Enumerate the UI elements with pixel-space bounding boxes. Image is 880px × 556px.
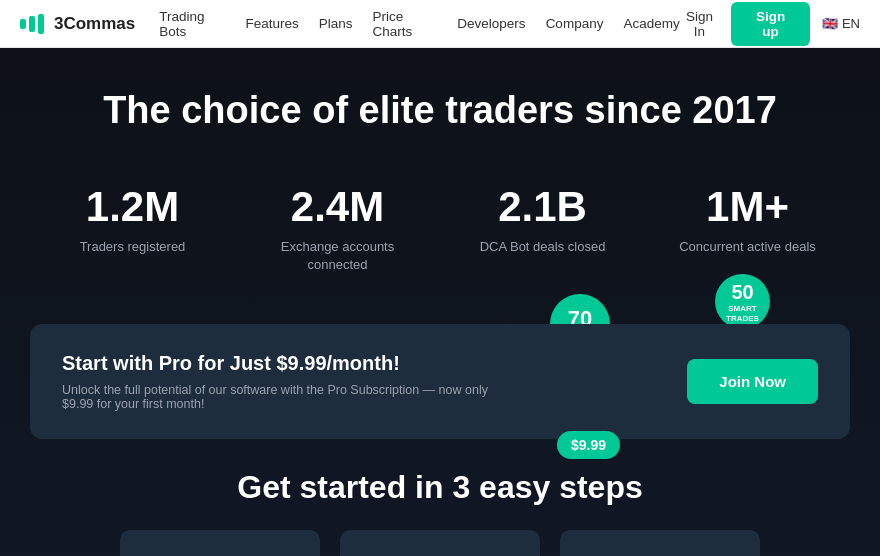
promo-subtext: Unlock the full potential of our softwar… bbox=[62, 383, 502, 411]
nav-links: Trading Bots Features Plans Price Charts… bbox=[159, 9, 679, 39]
promo-text: Start with Pro for Just $9.99/month! Unl… bbox=[62, 352, 502, 411]
stat-deals: 2.1B DCA Bot deals closed bbox=[440, 174, 645, 285]
step-card-2 bbox=[340, 530, 540, 556]
steps-title: Get started in 3 easy steps bbox=[20, 469, 860, 506]
nav-plans[interactable]: Plans bbox=[319, 16, 353, 31]
logo[interactable]: 3Commas bbox=[20, 14, 135, 34]
stat-exchanges-label: Exchange accounts connected bbox=[255, 238, 420, 274]
signup-button[interactable]: Sign up bbox=[731, 2, 810, 46]
stat-traders-number: 1.2M bbox=[50, 184, 215, 230]
badge-smart: 50 SMARTTRADES bbox=[715, 274, 770, 329]
stat-deals-label: DCA Bot deals closed bbox=[460, 238, 625, 256]
stat-active: 1M+ Concurrent active deals bbox=[645, 174, 850, 285]
logo-bar-1 bbox=[20, 19, 26, 29]
step-card-3 bbox=[560, 530, 760, 556]
lang-selector[interactable]: 🇬🇧 EN bbox=[822, 16, 860, 31]
steps-cards bbox=[20, 530, 860, 556]
main-content: The choice of elite traders since 2017 1… bbox=[0, 48, 880, 556]
nav-price-charts[interactable]: Price Charts bbox=[373, 9, 438, 39]
flag-icon: 🇬🇧 bbox=[822, 16, 838, 31]
badge-price: $9.99 bbox=[557, 431, 620, 459]
stat-traders-label: Traders registered bbox=[50, 238, 215, 256]
stat-deals-number: 2.1B bbox=[460, 184, 625, 230]
stat-active-label: Concurrent active deals bbox=[665, 238, 830, 256]
lang-label: EN bbox=[842, 16, 860, 31]
logo-icon bbox=[20, 14, 48, 34]
badge-smart-num: 50 bbox=[731, 280, 753, 304]
stat-exchanges: 2.4M Exchange accounts connected bbox=[235, 174, 440, 285]
nav-trading-bots[interactable]: Trading Bots bbox=[159, 9, 225, 39]
signin-button[interactable]: Sign In bbox=[680, 9, 720, 39]
nav-academy[interactable]: Academy bbox=[623, 16, 679, 31]
nav-features[interactable]: Features bbox=[246, 16, 299, 31]
promo-section: 70 BOTS 50 SMARTTRADES Start with Pro fo… bbox=[30, 324, 850, 439]
hero-title: The choice of elite traders since 2017 bbox=[103, 88, 777, 134]
logo-text: 3Commas bbox=[54, 14, 135, 34]
nav-company[interactable]: Company bbox=[546, 16, 604, 31]
steps-section: Get started in 3 easy steps bbox=[20, 469, 860, 556]
stat-active-number: 1M+ bbox=[665, 184, 830, 230]
stat-exchanges-number: 2.4M bbox=[255, 184, 420, 230]
navbar-right: Sign In Sign up 🇬🇧 EN bbox=[680, 2, 860, 46]
promo-card: Start with Pro for Just $9.99/month! Unl… bbox=[30, 324, 850, 439]
promo-heading: Start with Pro for Just $9.99/month! bbox=[62, 352, 502, 375]
join-now-button[interactable]: Join Now bbox=[687, 359, 818, 404]
navbar: 3Commas Trading Bots Features Plans Pric… bbox=[0, 0, 880, 48]
stat-traders: 1.2M Traders registered bbox=[30, 174, 235, 285]
stats-row: 1.2M Traders registered 2.4M Exchange ac… bbox=[30, 174, 850, 285]
logo-bar-2 bbox=[29, 16, 35, 32]
step-card-1 bbox=[120, 530, 320, 556]
logo-bar-3 bbox=[38, 14, 44, 34]
badge-smart-lbl: SMARTTRADES bbox=[726, 304, 759, 323]
nav-developers[interactable]: Developers bbox=[457, 16, 525, 31]
navbar-left: 3Commas Trading Bots Features Plans Pric… bbox=[20, 9, 680, 39]
